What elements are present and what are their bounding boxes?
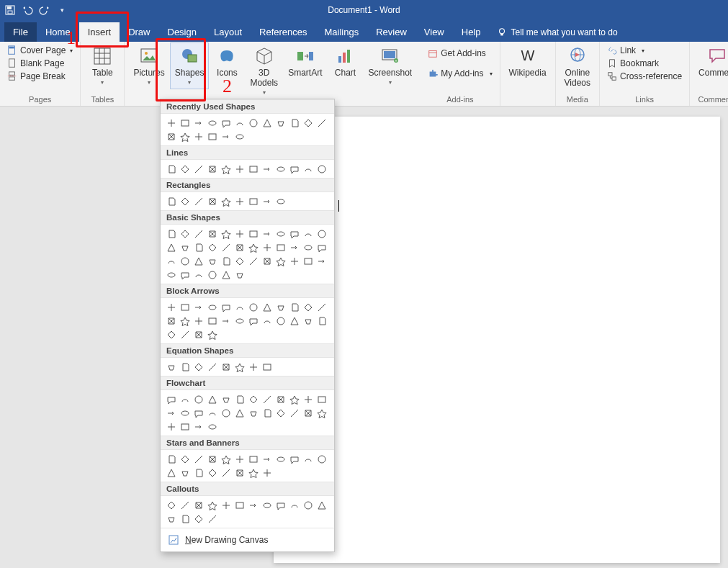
tab-view[interactable]: View [415,22,453,42]
document-page[interactable] [274,117,720,563]
shape-option[interactable] [233,499,246,511]
save-icon[interactable] [4,4,16,16]
shape-option[interactable] [206,269,218,281]
shape-option[interactable] [165,420,177,433]
shape-option[interactable] [165,361,177,373]
shape-option[interactable] [206,130,218,143]
shape-option[interactable] [247,301,259,313]
shape-option[interactable] [261,393,273,405]
shape-option[interactable] [302,163,314,175]
shape-option[interactable] [192,393,205,405]
shape-option[interactable] [192,163,205,175]
shape-option[interactable] [179,420,191,433]
shape-option[interactable] [247,466,259,479]
shape-option[interactable] [192,453,205,465]
shape-option[interactable] [206,227,218,240]
shape-option[interactable] [288,393,300,405]
shape-option[interactable] [288,255,300,267]
shape-option[interactable] [274,453,287,465]
shape-option[interactable] [220,117,232,129]
shape-option[interactable] [220,315,232,327]
cover-page-button[interactable]: Cover Page▾ [4,45,76,56]
shape-option[interactable] [233,163,246,175]
blank-page-button[interactable]: Blank Page [4,58,76,69]
shape-option[interactable] [192,328,205,341]
shape-option[interactable] [274,407,287,419]
shape-option[interactable] [220,241,232,253]
shape-option[interactable] [315,407,328,419]
shape-option[interactable] [315,315,328,327]
shape-option[interactable] [247,163,259,175]
shape-option[interactable] [165,241,177,253]
shape-option[interactable] [192,407,205,419]
shape-option[interactable] [247,241,259,253]
shape-option[interactable] [233,255,246,267]
shape-option[interactable] [179,163,191,175]
shape-option[interactable] [179,513,191,525]
shape-option[interactable] [302,315,314,327]
shape-option[interactable] [220,130,232,143]
shape-option[interactable] [179,499,191,511]
shape-option[interactable] [233,130,246,143]
shape-option[interactable] [220,255,232,267]
shape-option[interactable] [233,301,246,313]
shape-option[interactable] [315,301,328,313]
shape-option[interactable] [315,393,328,405]
shape-option[interactable] [315,453,328,465]
shape-option[interactable] [165,453,177,465]
shape-option[interactable] [192,361,205,373]
shape-option[interactable] [206,301,218,313]
shape-option[interactable] [233,195,246,207]
shape-option[interactable] [165,499,177,511]
shape-option[interactable] [179,227,191,240]
table-button[interactable]: Table ▾ [85,43,120,89]
shape-option[interactable] [179,393,191,405]
shape-option[interactable] [165,315,177,327]
shape-option[interactable] [261,241,273,253]
shape-option[interactable] [247,315,259,327]
shape-option[interactable] [206,453,218,465]
shape-option[interactable] [261,255,273,267]
shape-option[interactable] [261,466,273,479]
shape-option[interactable] [206,117,218,129]
screenshot-button[interactable]: + Screenshot▾ [364,43,416,89]
shape-option[interactable] [206,315,218,327]
shape-option[interactable] [288,241,300,253]
shape-option[interactable] [206,420,218,433]
shape-option[interactable] [165,130,177,143]
shape-option[interactable] [247,255,259,267]
tab-help[interactable]: Help [453,22,490,42]
shape-option[interactable] [288,163,300,175]
shape-option[interactable] [206,361,218,373]
shape-option[interactable] [274,499,287,511]
shape-option[interactable] [165,195,177,207]
shape-option[interactable] [233,407,246,419]
shape-option[interactable] [233,117,246,129]
shape-option[interactable] [302,393,314,405]
shape-option[interactable] [315,117,328,129]
shape-option[interactable] [192,227,205,240]
shape-option[interactable] [206,195,218,207]
shape-option[interactable] [179,195,191,207]
shape-option[interactable] [247,407,259,419]
shape-option[interactable] [192,195,205,207]
shape-option[interactable] [165,227,177,240]
tell-me-search[interactable]: Tell me what you want to do [490,23,625,42]
shape-option[interactable] [261,407,273,419]
shape-option[interactable] [247,361,259,373]
shape-option[interactable] [233,315,246,327]
shape-option[interactable] [192,241,205,253]
shape-option[interactable] [192,513,205,525]
shape-option[interactable] [179,241,191,253]
shape-option[interactable] [274,301,287,313]
tab-file[interactable]: File [4,22,37,42]
shape-option[interactable] [274,163,287,175]
shape-option[interactable] [247,453,259,465]
shape-option[interactable] [165,393,177,405]
shape-option[interactable] [261,453,273,465]
shape-option[interactable] [192,117,205,129]
shape-option[interactable] [261,301,273,313]
shape-option[interactable] [179,269,191,281]
shape-option[interactable] [302,227,314,240]
wikipedia-button[interactable]: W Wikipedia [505,43,551,81]
